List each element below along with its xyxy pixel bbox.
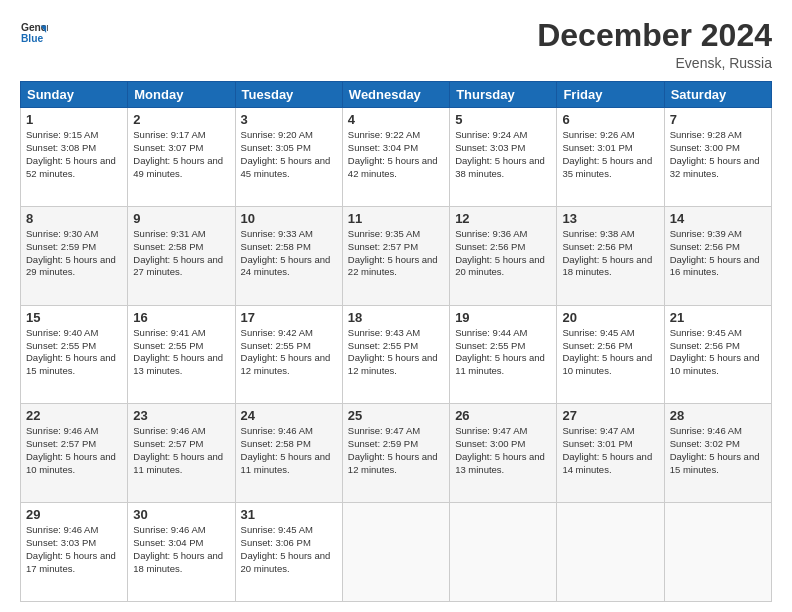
svg-text:Blue: Blue: [21, 33, 44, 44]
day-info: Sunrise: 9:47 AMSunset: 3:01 PMDaylight:…: [562, 425, 652, 474]
calendar-cell: 14Sunrise: 9:39 AMSunset: 2:56 PMDayligh…: [664, 206, 771, 305]
calendar-cell: 20Sunrise: 9:45 AMSunset: 2:56 PMDayligh…: [557, 305, 664, 404]
day-number: 28: [670, 408, 766, 423]
calendar-cell: 6Sunrise: 9:26 AMSunset: 3:01 PMDaylight…: [557, 108, 664, 207]
day-info: Sunrise: 9:41 AMSunset: 2:55 PMDaylight:…: [133, 327, 223, 376]
page: General Blue December 2024 Evensk, Russi…: [0, 0, 792, 612]
calendar-table: Sunday Monday Tuesday Wednesday Thursday…: [20, 81, 772, 602]
day-number: 8: [26, 211, 122, 226]
col-sunday: Sunday: [21, 82, 128, 108]
day-number: 19: [455, 310, 551, 325]
header: General Blue December 2024 Evensk, Russi…: [20, 18, 772, 71]
logo: General Blue: [20, 18, 48, 46]
calendar-cell: [450, 503, 557, 602]
calendar-cell: 22Sunrise: 9:46 AMSunset: 2:57 PMDayligh…: [21, 404, 128, 503]
day-info: Sunrise: 9:17 AMSunset: 3:07 PMDaylight:…: [133, 129, 223, 178]
title-block: December 2024 Evensk, Russia: [537, 18, 772, 71]
day-info: Sunrise: 9:38 AMSunset: 2:56 PMDaylight:…: [562, 228, 652, 277]
day-number: 13: [562, 211, 658, 226]
calendar-cell: 29Sunrise: 9:46 AMSunset: 3:03 PMDayligh…: [21, 503, 128, 602]
calendar-cell: 18Sunrise: 9:43 AMSunset: 2:55 PMDayligh…: [342, 305, 449, 404]
logo-icon: General Blue: [20, 18, 48, 46]
day-number: 23: [133, 408, 229, 423]
day-number: 31: [241, 507, 337, 522]
col-saturday: Saturday: [664, 82, 771, 108]
calendar-cell: 25Sunrise: 9:47 AMSunset: 2:59 PMDayligh…: [342, 404, 449, 503]
subtitle: Evensk, Russia: [537, 55, 772, 71]
main-title: December 2024: [537, 18, 772, 53]
calendar-cell: 23Sunrise: 9:46 AMSunset: 2:57 PMDayligh…: [128, 404, 235, 503]
day-number: 6: [562, 112, 658, 127]
day-info: Sunrise: 9:43 AMSunset: 2:55 PMDaylight:…: [348, 327, 438, 376]
day-number: 7: [670, 112, 766, 127]
day-info: Sunrise: 9:39 AMSunset: 2:56 PMDaylight:…: [670, 228, 760, 277]
day-number: 12: [455, 211, 551, 226]
day-number: 2: [133, 112, 229, 127]
calendar-cell: 17Sunrise: 9:42 AMSunset: 2:55 PMDayligh…: [235, 305, 342, 404]
calendar-cell: 1Sunrise: 9:15 AMSunset: 3:08 PMDaylight…: [21, 108, 128, 207]
day-info: Sunrise: 9:40 AMSunset: 2:55 PMDaylight:…: [26, 327, 116, 376]
day-info: Sunrise: 9:42 AMSunset: 2:55 PMDaylight:…: [241, 327, 331, 376]
calendar-header-row: Sunday Monday Tuesday Wednesday Thursday…: [21, 82, 772, 108]
calendar-cell: 19Sunrise: 9:44 AMSunset: 2:55 PMDayligh…: [450, 305, 557, 404]
day-info: Sunrise: 9:30 AMSunset: 2:59 PMDaylight:…: [26, 228, 116, 277]
day-info: Sunrise: 9:45 AMSunset: 2:56 PMDaylight:…: [670, 327, 760, 376]
day-info: Sunrise: 9:35 AMSunset: 2:57 PMDaylight:…: [348, 228, 438, 277]
day-number: 11: [348, 211, 444, 226]
calendar-cell: 13Sunrise: 9:38 AMSunset: 2:56 PMDayligh…: [557, 206, 664, 305]
calendar-cell: 16Sunrise: 9:41 AMSunset: 2:55 PMDayligh…: [128, 305, 235, 404]
week-row-4: 22Sunrise: 9:46 AMSunset: 2:57 PMDayligh…: [21, 404, 772, 503]
calendar-cell: 2Sunrise: 9:17 AMSunset: 3:07 PMDaylight…: [128, 108, 235, 207]
day-info: Sunrise: 9:24 AMSunset: 3:03 PMDaylight:…: [455, 129, 545, 178]
day-info: Sunrise: 9:15 AMSunset: 3:08 PMDaylight:…: [26, 129, 116, 178]
day-number: 14: [670, 211, 766, 226]
day-info: Sunrise: 9:46 AMSunset: 3:03 PMDaylight:…: [26, 524, 116, 573]
day-number: 4: [348, 112, 444, 127]
calendar-cell: 27Sunrise: 9:47 AMSunset: 3:01 PMDayligh…: [557, 404, 664, 503]
day-info: Sunrise: 9:20 AMSunset: 3:05 PMDaylight:…: [241, 129, 331, 178]
day-number: 24: [241, 408, 337, 423]
day-number: 22: [26, 408, 122, 423]
day-info: Sunrise: 9:22 AMSunset: 3:04 PMDaylight:…: [348, 129, 438, 178]
calendar-cell: 28Sunrise: 9:46 AMSunset: 3:02 PMDayligh…: [664, 404, 771, 503]
calendar-cell: 5Sunrise: 9:24 AMSunset: 3:03 PMDaylight…: [450, 108, 557, 207]
day-info: Sunrise: 9:46 AMSunset: 3:02 PMDaylight:…: [670, 425, 760, 474]
week-row-3: 15Sunrise: 9:40 AMSunset: 2:55 PMDayligh…: [21, 305, 772, 404]
calendar-cell: 11Sunrise: 9:35 AMSunset: 2:57 PMDayligh…: [342, 206, 449, 305]
calendar-cell: 26Sunrise: 9:47 AMSunset: 3:00 PMDayligh…: [450, 404, 557, 503]
col-wednesday: Wednesday: [342, 82, 449, 108]
calendar-cell: 8Sunrise: 9:30 AMSunset: 2:59 PMDaylight…: [21, 206, 128, 305]
week-row-2: 8Sunrise: 9:30 AMSunset: 2:59 PMDaylight…: [21, 206, 772, 305]
day-info: Sunrise: 9:46 AMSunset: 3:04 PMDaylight:…: [133, 524, 223, 573]
calendar-cell: 7Sunrise: 9:28 AMSunset: 3:00 PMDaylight…: [664, 108, 771, 207]
day-number: 21: [670, 310, 766, 325]
day-number: 29: [26, 507, 122, 522]
week-row-5: 29Sunrise: 9:46 AMSunset: 3:03 PMDayligh…: [21, 503, 772, 602]
day-number: 18: [348, 310, 444, 325]
calendar-cell: 24Sunrise: 9:46 AMSunset: 2:58 PMDayligh…: [235, 404, 342, 503]
day-info: Sunrise: 9:28 AMSunset: 3:00 PMDaylight:…: [670, 129, 760, 178]
col-friday: Friday: [557, 82, 664, 108]
col-tuesday: Tuesday: [235, 82, 342, 108]
day-number: 5: [455, 112, 551, 127]
calendar-cell: 30Sunrise: 9:46 AMSunset: 3:04 PMDayligh…: [128, 503, 235, 602]
calendar-cell: [342, 503, 449, 602]
day-number: 16: [133, 310, 229, 325]
day-number: 25: [348, 408, 444, 423]
calendar-cell: [557, 503, 664, 602]
col-monday: Monday: [128, 82, 235, 108]
day-number: 20: [562, 310, 658, 325]
calendar-cell: 12Sunrise: 9:36 AMSunset: 2:56 PMDayligh…: [450, 206, 557, 305]
day-info: Sunrise: 9:45 AMSunset: 2:56 PMDaylight:…: [562, 327, 652, 376]
calendar-cell: 21Sunrise: 9:45 AMSunset: 2:56 PMDayligh…: [664, 305, 771, 404]
day-info: Sunrise: 9:47 AMSunset: 3:00 PMDaylight:…: [455, 425, 545, 474]
calendar-cell: 9Sunrise: 9:31 AMSunset: 2:58 PMDaylight…: [128, 206, 235, 305]
day-number: 9: [133, 211, 229, 226]
day-number: 26: [455, 408, 551, 423]
day-number: 10: [241, 211, 337, 226]
day-info: Sunrise: 9:33 AMSunset: 2:58 PMDaylight:…: [241, 228, 331, 277]
calendar-cell: 3Sunrise: 9:20 AMSunset: 3:05 PMDaylight…: [235, 108, 342, 207]
day-info: Sunrise: 9:36 AMSunset: 2:56 PMDaylight:…: [455, 228, 545, 277]
calendar-cell: 15Sunrise: 9:40 AMSunset: 2:55 PMDayligh…: [21, 305, 128, 404]
col-thursday: Thursday: [450, 82, 557, 108]
